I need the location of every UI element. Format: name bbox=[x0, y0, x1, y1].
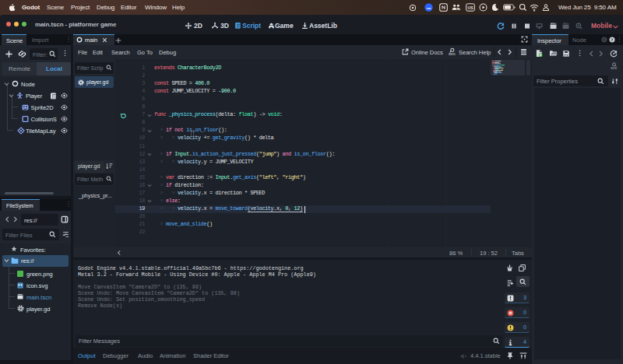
svg-text:US: US bbox=[468, 5, 474, 10]
svg-text:DOC: DOC bbox=[611, 67, 618, 70]
svg-text:zm: zm bbox=[427, 6, 431, 10]
svg-text:DOC: DOC bbox=[449, 52, 456, 56]
